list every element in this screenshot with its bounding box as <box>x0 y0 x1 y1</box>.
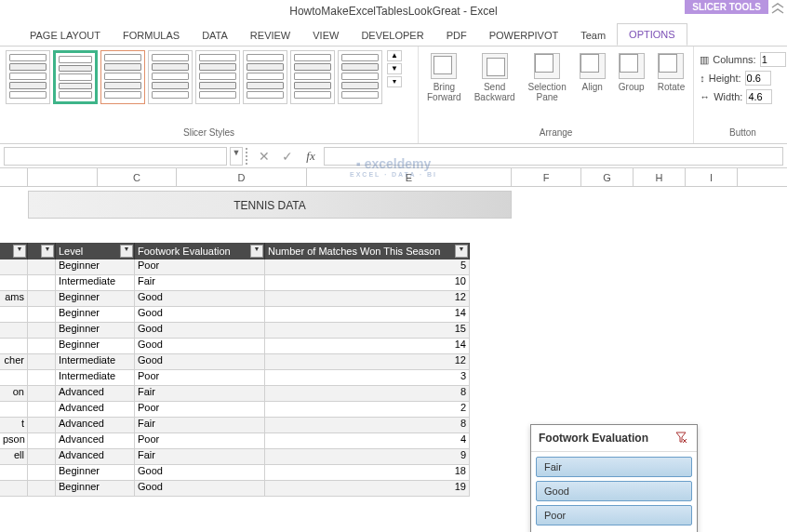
slicer-title: Footwork Evaluation <box>539 432 648 445</box>
col-header-c[interactable]: C <box>98 168 177 186</box>
ribbon: ▲▼▾ Slicer Styles Bring Forward Send Bac… <box>0 47 787 144</box>
tab-pdf[interactable]: PDF <box>435 25 478 46</box>
style-6[interactable] <box>243 50 287 104</box>
tab-page-layout[interactable]: PAGE LAYOUT <box>19 25 112 46</box>
style-1[interactable] <box>6 50 50 104</box>
slicer-item-fair[interactable]: Fair <box>536 457 692 477</box>
group-label-arrange: Arrange <box>424 126 687 140</box>
width-icon: ↔ <box>700 91 710 102</box>
height-row: ↕Height: <box>700 69 785 87</box>
columns-row: ▥Columns: <box>700 50 785 69</box>
app-title: HowtoMakeExcelTablesLookGreat - Excel <box>289 5 497 18</box>
table-row[interactable]: BeginnerGood15 <box>0 323 470 339</box>
style-8[interactable] <box>338 50 382 104</box>
context-tab-slicer-tools: SLICER TOOLS <box>685 0 768 14</box>
col-header-f[interactable]: F <box>512 168 581 186</box>
align-icon <box>580 53 606 79</box>
filter-dropdown-icon[interactable]: ▼ <box>120 245 133 258</box>
tab-view[interactable]: VIEW <box>301 25 350 46</box>
slicer-header[interactable]: Footwork Evaluation <box>531 425 697 452</box>
style-3[interactable] <box>100 50 145 104</box>
th-pre[interactable]: ▼ <box>28 243 56 259</box>
style-4[interactable] <box>148 50 193 104</box>
tab-formulas[interactable]: FORMULAS <box>112 25 191 46</box>
tab-options[interactable]: OPTIONS <box>617 23 687 46</box>
style-2[interactable] <box>53 50 98 104</box>
table-row[interactable]: onAdvancedFair8 <box>0 386 470 402</box>
table-row[interactable]: BeginnerGood18 <box>0 465 470 481</box>
columns-input[interactable] <box>760 52 786 67</box>
style-gallery-scroll[interactable]: ▲▼▾ <box>387 50 402 87</box>
bring-forward-button[interactable]: Bring Forward <box>424 50 464 105</box>
columns-icon: ▥ <box>700 54 709 66</box>
table-row[interactable]: BeginnerGood14 <box>0 339 470 354</box>
tab-data[interactable]: DATA <box>191 25 239 46</box>
group-buttons: ▥Columns: ↕Height: ↔Width: Button <box>694 47 787 143</box>
th-matches[interactable]: Number of Matches Won This Season▼ <box>265 243 470 259</box>
enter-icon[interactable]: ✓ <box>277 149 298 164</box>
col-header-d[interactable]: D <box>177 168 307 186</box>
cancel-icon[interactable]: ✕ <box>254 149 274 164</box>
group-slicer-styles: ▲▼▾ Slicer Styles <box>0 47 419 143</box>
name-box[interactable] <box>4 147 227 166</box>
filter-dropdown-icon[interactable]: ▼ <box>41 245 54 258</box>
col-header-h[interactable]: H <box>634 168 686 186</box>
align-button[interactable]: Align <box>577 50 608 105</box>
table-row[interactable]: amsBeginnerGood12 <box>0 291 470 307</box>
bring-forward-icon <box>431 53 457 79</box>
th-level[interactable]: Level▼ <box>56 243 135 259</box>
height-icon: ↕ <box>700 73 705 84</box>
height-input[interactable] <box>745 71 771 86</box>
tab-developer[interactable]: DEVELOPER <box>350 25 434 46</box>
style-5[interactable] <box>195 50 240 104</box>
tab-powerpivot[interactable]: POWERPIVOT <box>478 25 570 46</box>
title-bar: HowtoMakeExcelTablesLookGreat - Excel SL… <box>0 0 787 22</box>
ribbon-collapse-icon[interactable] <box>770 2 785 20</box>
tab-team[interactable]: Team <box>569 25 617 46</box>
slicer-item-good[interactable]: Good <box>536 481 692 501</box>
group-label-slicer-styles: Slicer Styles <box>6 126 412 140</box>
th-footwork[interactable]: Footwork Evaluation▼ <box>135 243 265 259</box>
col-header-g[interactable]: G <box>581 168 634 186</box>
table-row[interactable]: cherIntermediateGood12 <box>0 354 470 370</box>
slicer-styles-gallery[interactable]: ▲▼▾ <box>6 50 412 104</box>
tennis-data-banner: TENNIS DATA <box>28 191 512 219</box>
col-header[interactable] <box>28 168 98 186</box>
table-row[interactable]: BeginnerGood19 <box>0 481 470 497</box>
filter-dropdown-icon[interactable]: ▼ <box>455 245 468 258</box>
table-row[interactable]: tAdvancedFair8 <box>0 418 470 433</box>
table-row[interactable]: IntermediatePoor3 <box>0 370 470 386</box>
send-backward-icon <box>482 53 508 79</box>
group-icon <box>619 53 645 79</box>
slicer-items: FairGoodPoor <box>531 452 697 532</box>
selection-pane-button[interactable]: Selection Pane <box>526 50 569 105</box>
table-row[interactable]: AdvancedPoor2 <box>0 402 470 418</box>
table-row[interactable]: IntermediateFair10 <box>0 275 470 291</box>
th-blank[interactable]: ▼ <box>0 243 28 259</box>
filter-dropdown-icon[interactable]: ▼ <box>13 245 26 258</box>
send-backward-button[interactable]: Send Backward <box>472 50 518 105</box>
selection-pane-icon <box>534 53 560 79</box>
col-sep[interactable] <box>0 168 28 186</box>
clear-filter-icon[interactable] <box>674 431 689 446</box>
width-row: ↔Width: <box>700 87 785 106</box>
width-input[interactable] <box>746 89 772 104</box>
style-7[interactable] <box>290 50 335 104</box>
table-row[interactable]: ellAdvancedFair9 <box>0 449 470 465</box>
fx-icon[interactable]: fx <box>300 149 321 164</box>
slicer-footwork[interactable]: Footwork Evaluation FairGoodPoor <box>530 424 698 532</box>
ribbon-tabs: PAGE LAYOUTFORMULASDATAREVIEWVIEWDEVELOP… <box>0 22 787 47</box>
group-label-buttons: Button <box>700 126 785 140</box>
name-box-dropdown[interactable]: ▼ <box>230 147 243 166</box>
slicer-item-poor[interactable]: Poor <box>536 505 692 525</box>
tab-review[interactable]: REVIEW <box>239 25 301 46</box>
group-button[interactable]: Group <box>616 50 647 105</box>
col-header-i[interactable]: I <box>686 168 738 186</box>
table-row[interactable]: psonAdvancedPoor4 <box>0 433 470 449</box>
group-arrange: Bring Forward Send Backward Selection Pa… <box>419 47 694 143</box>
table-row[interactable]: BeginnerGood14 <box>0 307 470 323</box>
filter-dropdown-icon[interactable]: ▼ <box>250 245 263 258</box>
rotate-button[interactable]: Rotate <box>655 50 687 105</box>
data-table: ▼ ▼ Level▼ Footwork Evaluation▼ Number o… <box>0 243 470 497</box>
table-row[interactable]: BeginnerPoor5 <box>0 259 470 275</box>
